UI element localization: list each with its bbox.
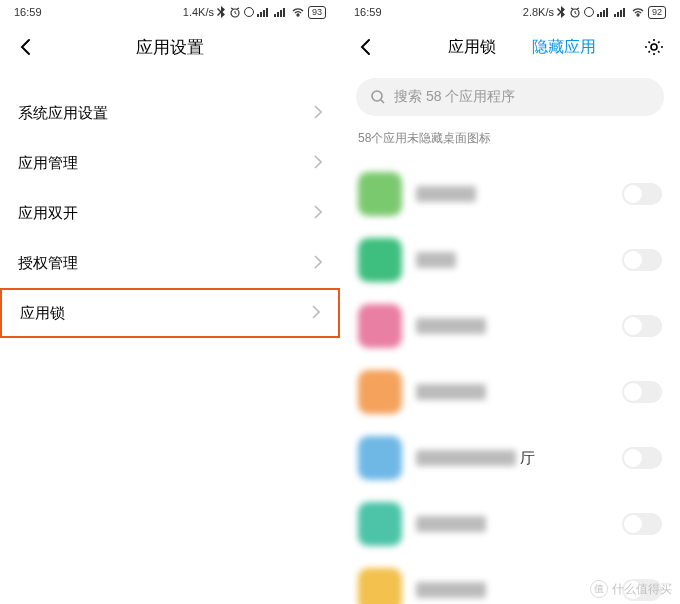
hide-toggle[interactable] [622,513,662,535]
net-speed: 2.8K/s [523,6,554,18]
app-icon [358,370,402,414]
chevron-right-icon [314,105,322,122]
bluetooth-icon [557,6,566,18]
battery-indicator: 92 [648,6,666,19]
app-row [358,359,662,425]
svg-rect-13 [600,12,602,17]
settings-label: 应用锁 [20,304,65,323]
search-icon [370,89,386,105]
battery-indicator: 93 [308,6,326,19]
hide-toggle[interactable] [622,183,662,205]
tab-app-lock[interactable]: 应用锁 [448,37,496,58]
app-icon [358,502,402,546]
app-name-wrap [416,516,608,532]
settings-item-permissions[interactable]: 授权管理 [18,238,322,288]
svg-rect-9 [283,8,285,17]
app-row [358,491,662,557]
app-name [416,582,486,598]
status-right: 2.8K/s 92 [523,6,666,19]
svg-rect-15 [606,8,608,17]
svg-point-11 [584,8,593,17]
status-right: 1.4K/s 93 [183,6,326,19]
watermark-badge: 值 [590,580,608,598]
app-row [358,227,662,293]
watermark-text: 什么值得买 [612,581,672,598]
settings-label: 应用双开 [18,204,78,223]
svg-rect-16 [614,14,616,17]
app-row [358,161,662,227]
status-time: 16:59 [354,6,382,18]
signal-icon [597,7,611,17]
app-name-wrap [416,582,608,598]
settings-item-app-lock[interactable]: 应用锁 [0,288,340,338]
app-name-wrap [416,252,608,268]
signal-icon-2 [614,7,628,17]
app-name [416,252,456,268]
svg-rect-7 [277,12,279,17]
svg-rect-4 [263,10,265,17]
app-icon [358,436,402,480]
wifi-icon [291,7,305,17]
svg-rect-2 [257,14,259,17]
svg-rect-12 [597,14,599,17]
svg-rect-17 [617,12,619,17]
volume-icon [584,7,594,17]
back-button[interactable] [354,35,378,59]
header: 应用锁 隐藏应用 [340,24,680,70]
app-row [358,293,662,359]
app-name [416,318,486,334]
signal-icon [257,7,271,17]
svg-rect-14 [603,10,605,17]
wifi-icon [631,7,645,17]
app-name [416,384,486,400]
hide-toggle[interactable] [622,315,662,337]
app-name-wrap: 厅 [416,449,608,468]
app-icon [358,238,402,282]
settings-label: 授权管理 [18,254,78,273]
svg-rect-3 [260,12,262,17]
svg-rect-6 [274,14,276,17]
chevron-right-icon [314,155,322,172]
hide-toggle[interactable] [622,381,662,403]
settings-label: 系统应用设置 [18,104,108,123]
volume-icon [244,7,254,17]
chevron-left-icon [17,38,35,56]
svg-point-1 [244,8,253,17]
app-name [416,186,476,202]
chevron-right-icon [314,255,322,272]
header: 应用设置 [0,24,340,70]
back-button[interactable] [14,35,38,59]
svg-point-20 [651,44,657,50]
watermark: 值 什么值得买 [590,580,672,598]
status-bar: 16:59 1.4K/s 93 [0,0,340,24]
tab-hidden-apps[interactable]: 隐藏应用 [532,37,596,58]
hide-toggle[interactable] [622,447,662,469]
app-list: 厅 [340,161,680,604]
app-name-wrap [416,384,608,400]
svg-rect-8 [280,10,282,17]
alarm-icon [229,6,241,18]
app-icon [358,568,402,604]
alarm-icon [569,6,581,18]
app-icon [358,172,402,216]
app-name [416,450,516,466]
settings-item-dual-apps[interactable]: 应用双开 [18,188,322,238]
svg-point-21 [372,91,382,101]
right-screen: 16:59 2.8K/s 92 应用锁 隐藏应用 搜索 58 个应用程序 58个… [340,0,680,604]
settings-button[interactable] [642,35,666,59]
settings-item-app-management[interactable]: 应用管理 [18,138,322,188]
net-speed: 1.4K/s [183,6,214,18]
status-bar: 16:59 2.8K/s 92 [340,0,680,24]
settings-label: 应用管理 [18,154,78,173]
hide-toggle[interactable] [622,249,662,271]
search-placeholder: 搜索 58 个应用程序 [394,88,515,106]
list-caption: 58个应用未隐藏桌面图标 [340,130,680,147]
signal-icon-2 [274,7,288,17]
svg-rect-18 [620,10,622,17]
search-input[interactable]: 搜索 58 个应用程序 [356,78,664,116]
chevron-right-icon [314,205,322,222]
settings-item-system-apps[interactable]: 系统应用设置 [18,88,322,138]
chevron-left-icon [357,38,375,56]
app-name-wrap [416,186,608,202]
chevron-right-icon [312,305,320,322]
